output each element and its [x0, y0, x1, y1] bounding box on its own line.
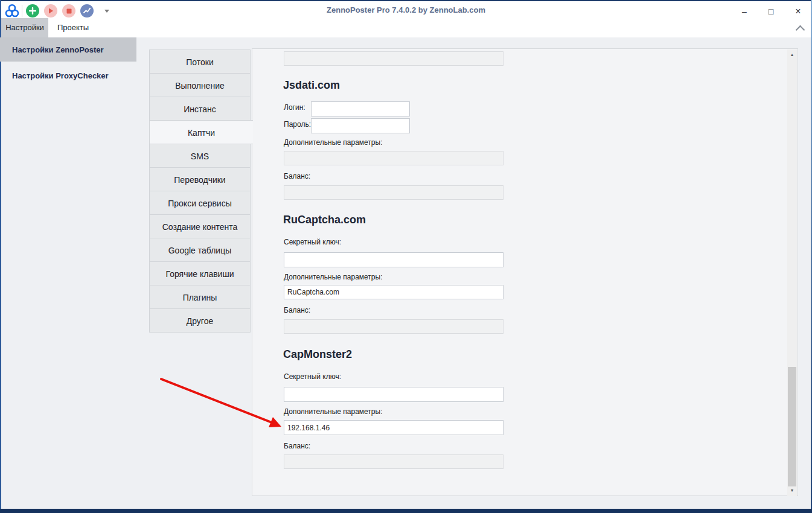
balance-label: Баланс: [284, 306, 310, 314]
balance-label: Баланс: [284, 172, 310, 180]
settings-tab-execution[interactable]: Выполнение [149, 73, 251, 97]
settings-tab-google-sheets[interactable]: Google таблицы [149, 238, 251, 262]
balance-field [284, 454, 504, 469]
section-heading-capmonster2: CapMonster2 [283, 348, 352, 361]
balance-label: Баланс: [284, 442, 310, 450]
settings-tab-plugins[interactable]: Плагины [149, 285, 251, 309]
additional-params-label: Дополнительные параметры: [284, 273, 383, 281]
sidebar-item-proxychecker-settings[interactable]: Настройки ProxyChecker [0, 62, 136, 89]
titlebar: ZennoPoster Pro 7.4.0.2 by ZennoLab.com … [1, 1, 811, 18]
settings-tab-translators[interactable]: Переводчики [149, 167, 251, 191]
login-label: Логин: [284, 103, 305, 112]
additional-params-label: Дополнительные параметры: [284, 138, 383, 147]
secret-key-label: Секретный ключ: [284, 238, 341, 246]
sidebar-item-label: Настройки ProxyChecker [12, 71, 109, 80]
settings-tab-proxy-services[interactable]: Прокси сервисы [149, 191, 251, 215]
settings-tab-content-creation[interactable]: Создание контента [149, 214, 251, 238]
login-input[interactable] [311, 101, 410, 116]
balance-field [284, 185, 504, 200]
settings-tab-captchas[interactable]: Каптчи [149, 120, 253, 144]
tab-projects[interactable]: Проекты [48, 18, 98, 37]
password-input[interactable] [311, 118, 410, 133]
settings-tab-threads[interactable]: Потоки [149, 49, 251, 74]
scroll-up-icon[interactable]: ▲ [787, 51, 797, 59]
settings-tab-instance[interactable]: Инстанс [149, 97, 251, 121]
capmonster-host-input[interactable] [284, 420, 504, 435]
secret-key-label: Секретный ключ: [284, 372, 341, 381]
secret-key-input[interactable] [284, 252, 504, 267]
sidebar-item-zennoposter-settings[interactable]: Настройки ZennoPoster [0, 37, 136, 62]
minimize-button[interactable]: – [735, 5, 753, 17]
settings-tab-hotkeys[interactable]: Горячие клавиши [149, 261, 251, 285]
window-title: ZennoPoster Pro 7.4.0.2 by ZennoLab.com [1, 5, 811, 14]
secret-key-input[interactable] [284, 387, 504, 402]
close-button[interactable]: × [789, 5, 807, 17]
scrollbar-thumb[interactable] [788, 367, 796, 486]
password-label: Пароль: [284, 120, 311, 129]
additional-params-input[interactable] [284, 285, 504, 299]
balance-field [284, 319, 504, 334]
balance-field [284, 51, 504, 66]
tab-settings[interactable]: Настройки [1, 18, 48, 37]
main-tabstrip: Настройки Проекты [1, 18, 811, 37]
window-border-bottom [0, 509, 812, 513]
chevron-up-icon[interactable] [796, 25, 805, 35]
maximize-button[interactable]: □ [762, 5, 780, 17]
settings-tab-sms[interactable]: SMS [149, 144, 251, 168]
sidebar-item-label: Настройки ZennoPoster [12, 45, 104, 54]
section-heading-jsdati: Jsdati.com [283, 79, 340, 92]
scroll-down-icon[interactable]: ▼ [787, 486, 797, 495]
section-heading-rucaptcha: RuCaptcha.com [283, 214, 366, 226]
additional-params-label: Дополнительные параметры: [284, 407, 383, 416]
vertical-scrollbar[interactable]: ▲ ▼ [787, 49, 797, 496]
settings-tab-other[interactable]: Другое [149, 308, 251, 333]
additional-params-input [284, 151, 504, 165]
